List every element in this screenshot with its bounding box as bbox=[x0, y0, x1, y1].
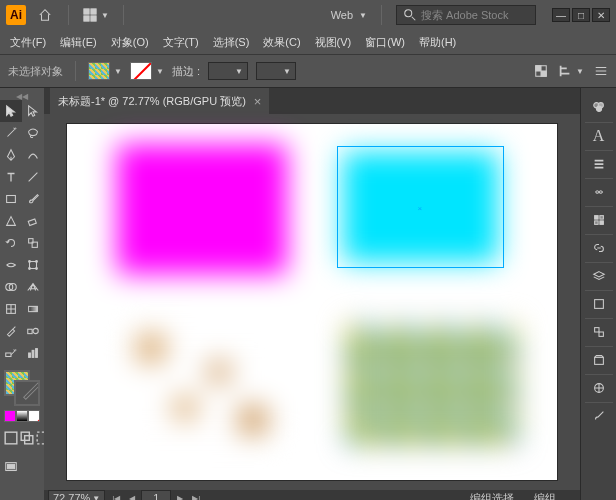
rectangle-tool[interactable] bbox=[0, 188, 22, 210]
screen-mode[interactable] bbox=[0, 456, 22, 478]
color-mode-gradient[interactable] bbox=[16, 410, 28, 422]
selection-status: 未选择对象 bbox=[8, 64, 63, 79]
canvas[interactable]: × bbox=[44, 114, 580, 490]
fill-stroke-control[interactable] bbox=[0, 368, 44, 408]
libraries-panel-icon[interactable] bbox=[585, 346, 613, 372]
assets-panel-icon[interactable] bbox=[585, 318, 613, 344]
infinity-panel-icon[interactable] bbox=[585, 178, 613, 204]
fill-swatch[interactable] bbox=[88, 62, 110, 80]
shape-builder-tool[interactable] bbox=[0, 276, 22, 298]
free-transform-tool[interactable] bbox=[22, 254, 44, 276]
link-panel-icon[interactable] bbox=[585, 234, 613, 260]
eraser-tool[interactable] bbox=[22, 210, 44, 232]
stroke-profile-dropdown[interactable]: ▼ bbox=[256, 62, 296, 80]
line-tool[interactable] bbox=[22, 166, 44, 188]
draw-normal[interactable] bbox=[4, 430, 18, 446]
direct-selection-tool[interactable] bbox=[22, 100, 44, 122]
menu-help[interactable]: 帮助(H) bbox=[413, 32, 462, 53]
menu-type[interactable]: 文字(T) bbox=[157, 32, 205, 53]
swatches-panel-icon[interactable] bbox=[585, 206, 613, 232]
menu-select[interactable]: 选择(S) bbox=[207, 32, 256, 53]
stroke-weight-input[interactable]: ▼ bbox=[208, 62, 248, 80]
zoom-dropdown[interactable]: 72.77% ▼ bbox=[48, 490, 105, 500]
symbol-sprayer-tool[interactable] bbox=[0, 342, 22, 364]
svg-rect-8 bbox=[7, 196, 16, 203]
color-mode-solid[interactable] bbox=[4, 410, 16, 422]
type-tool[interactable] bbox=[0, 166, 22, 188]
menu-edit[interactable]: 编辑(E) bbox=[54, 32, 103, 53]
pen-tool[interactable] bbox=[0, 144, 22, 166]
blend-tool[interactable] bbox=[22, 320, 44, 342]
draw-behind[interactable] bbox=[20, 430, 34, 446]
divider bbox=[68, 5, 69, 25]
scale-tool[interactable] bbox=[22, 232, 44, 254]
rotate-tool[interactable] bbox=[0, 232, 22, 254]
document-tab[interactable]: 未标题-1* @ 72.77% (RGB/GPU 预览) × bbox=[50, 88, 269, 114]
menu-view[interactable]: 视图(V) bbox=[309, 32, 358, 53]
lasso-tool[interactable] bbox=[22, 122, 44, 144]
page-input[interactable]: 1 bbox=[141, 490, 171, 500]
type-panel-icon[interactable]: A bbox=[585, 122, 613, 148]
stroke-label: 描边 : bbox=[172, 64, 200, 79]
title-bar: Ai ▼ Web ▼ 搜索 Adobe Stock — □ ✕ bbox=[0, 0, 616, 30]
divider bbox=[123, 5, 124, 25]
panel-handle[interactable]: ◀◀ bbox=[0, 92, 44, 100]
svg-rect-41 bbox=[594, 327, 598, 331]
svg-rect-12 bbox=[30, 262, 37, 269]
color-mode-none[interactable] bbox=[28, 410, 40, 422]
stroke-color[interactable] bbox=[14, 380, 40, 406]
arrange-documents-button[interactable]: ▼ bbox=[83, 8, 109, 22]
paintbrush-tool[interactable] bbox=[22, 188, 44, 210]
magic-wand-tool[interactable] bbox=[0, 122, 22, 144]
cyan-rectangle-selected[interactable]: × bbox=[343, 152, 498, 262]
close-button[interactable]: ✕ bbox=[592, 8, 610, 22]
svg-rect-9 bbox=[28, 219, 36, 226]
artboard-pager: |◀ ◀ 1 ▶ ▶| bbox=[109, 490, 203, 500]
stroke-swatch[interactable] bbox=[130, 62, 152, 80]
align-dropdown[interactable]: ▼ bbox=[558, 64, 584, 78]
maximize-button[interactable]: □ bbox=[572, 8, 590, 22]
eyedropper-tool[interactable] bbox=[0, 320, 22, 342]
first-page-button[interactable]: |◀ bbox=[109, 491, 123, 500]
svg-point-13 bbox=[29, 261, 31, 263]
selection-tool[interactable] bbox=[0, 100, 22, 122]
last-page-button[interactable]: ▶| bbox=[189, 491, 203, 500]
prev-page-button[interactable]: ◀ bbox=[125, 491, 139, 500]
menu-icon[interactable] bbox=[594, 64, 608, 78]
chevron-down-icon: ▼ bbox=[114, 67, 122, 76]
search-stock-input[interactable]: 搜索 Adobe Stock bbox=[396, 5, 536, 25]
menu-window[interactable]: 窗口(W) bbox=[359, 32, 411, 53]
menu-effect[interactable]: 效果(C) bbox=[257, 32, 306, 53]
brushes-panel-icon[interactable] bbox=[585, 402, 613, 428]
pattern-rectangle-a[interactable] bbox=[117, 324, 287, 444]
gradient-tool[interactable] bbox=[22, 298, 44, 320]
svg-rect-1 bbox=[91, 9, 96, 14]
mesh-tool[interactable] bbox=[0, 298, 22, 320]
artboards-panel-icon[interactable] bbox=[585, 290, 613, 316]
pattern-rectangle-b[interactable] bbox=[347, 324, 517, 444]
next-page-button[interactable]: ▶ bbox=[173, 491, 187, 500]
width-tool[interactable] bbox=[0, 254, 22, 276]
transparency-icon[interactable] bbox=[534, 64, 548, 78]
column-graph-tool[interactable] bbox=[22, 342, 44, 364]
svg-rect-37 bbox=[599, 215, 603, 219]
magenta-rectangle[interactable] bbox=[117, 144, 287, 274]
symbols-panel-icon[interactable] bbox=[585, 374, 613, 400]
perspective-grid-tool[interactable] bbox=[22, 276, 44, 298]
home-icon[interactable] bbox=[36, 6, 54, 24]
doc-preset-dropdown[interactable]: Web ▼ bbox=[331, 9, 367, 21]
divider bbox=[75, 61, 76, 81]
svg-point-15 bbox=[29, 268, 31, 270]
layers-panel-icon[interactable] bbox=[585, 262, 613, 288]
color-panel-icon[interactable] bbox=[585, 94, 613, 120]
menu-file[interactable]: 文件(F) bbox=[4, 32, 52, 53]
menu-object[interactable]: 对象(O) bbox=[105, 32, 155, 53]
stroke-panel-icon[interactable] bbox=[585, 150, 613, 176]
shaper-tool[interactable] bbox=[0, 210, 22, 232]
curvature-tool[interactable] bbox=[22, 144, 44, 166]
minimize-button[interactable]: — bbox=[552, 8, 570, 22]
close-icon[interactable]: × bbox=[254, 94, 262, 109]
svg-rect-23 bbox=[6, 353, 11, 357]
panels-dock: A bbox=[580, 88, 616, 500]
status-group: 编组 bbox=[534, 491, 556, 501]
